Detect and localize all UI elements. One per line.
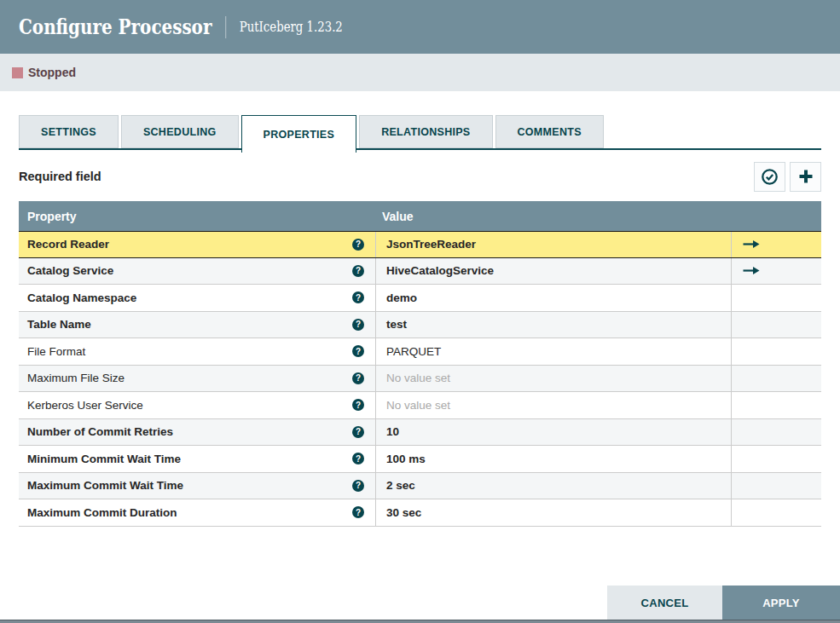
help-icon[interactable]: ? xyxy=(352,291,364,303)
property-name: Number of Commit Retries xyxy=(27,425,173,438)
help-icon[interactable]: ? xyxy=(352,239,364,251)
property-name: Record Reader xyxy=(27,238,109,251)
property-value[interactable]: 30 sec xyxy=(386,506,421,519)
column-header-value: Value xyxy=(375,210,731,223)
property-name: Catalog Namespace xyxy=(27,291,136,304)
property-value[interactable]: PARQUET xyxy=(386,345,441,358)
required-field-hint: Required field xyxy=(19,170,101,183)
status-label: Stopped xyxy=(28,66,76,79)
table-header: Property Value xyxy=(19,201,821,231)
status-bar: Stopped xyxy=(0,54,840,91)
property-row[interactable]: File Format ? PARQUET xyxy=(19,338,821,366)
properties-table: Property Value Record Reader ? JsonTreeR… xyxy=(19,201,821,527)
help-icon[interactable]: ? xyxy=(352,265,364,277)
property-name: Table Name xyxy=(27,318,91,331)
apply-button[interactable]: APPLY xyxy=(722,586,840,620)
column-header-property: Property xyxy=(19,210,375,223)
property-name: Minimum Commit Wait Time xyxy=(27,453,181,465)
help-icon[interactable]: ? xyxy=(352,345,364,357)
help-icon[interactable]: ? xyxy=(352,480,364,492)
tab-bar: SETTINGSSCHEDULINGPROPERTIESRELATIONSHIP… xyxy=(19,115,821,148)
property-name: Maximum Commit Wait Time xyxy=(27,479,183,492)
property-name: File Format xyxy=(27,345,85,358)
go-to-service-icon[interactable] xyxy=(743,266,760,275)
property-row[interactable]: Maximum File Size ? No value set xyxy=(19,366,821,393)
tab-settings[interactable]: SETTINGS xyxy=(19,115,119,148)
verify-properties-button[interactable] xyxy=(754,162,785,192)
tab-relationships[interactable]: RELATIONSHIPS xyxy=(359,115,492,148)
dialog-title: Configure Processor xyxy=(19,14,211,39)
property-value[interactable]: 10 xyxy=(386,425,399,438)
cancel-button[interactable]: CANCEL xyxy=(607,586,722,620)
property-value[interactable]: JsonTreeReader xyxy=(386,238,476,251)
property-value[interactable]: demo xyxy=(386,291,417,304)
property-value[interactable]: 100 ms xyxy=(386,453,426,465)
property-name: Catalog Service xyxy=(27,264,113,277)
dialog-footer: CANCEL APPLY xyxy=(607,586,840,620)
property-value[interactable]: 2 sec xyxy=(386,479,415,492)
check-circle-icon xyxy=(761,168,779,186)
property-row[interactable]: Number of Commit Retries ? 10 xyxy=(19,419,821,447)
help-icon[interactable]: ? xyxy=(352,426,364,438)
help-icon[interactable]: ? xyxy=(352,319,364,331)
property-value[interactable]: No value set xyxy=(386,399,450,412)
property-row[interactable]: Maximum Commit Duration ? 30 sec xyxy=(19,499,821,527)
tab-underline xyxy=(19,148,821,150)
help-icon[interactable]: ? xyxy=(352,453,364,464)
property-row[interactable]: Table Name ? test xyxy=(19,312,821,339)
property-name: Maximum Commit Duration xyxy=(27,506,177,519)
dialog-bottom-edge xyxy=(0,620,840,623)
tab-comments[interactable]: COMMENTS xyxy=(495,115,604,148)
property-value[interactable]: test xyxy=(386,318,407,331)
property-row[interactable]: Kerberos User Service ? No value set xyxy=(19,392,821,419)
stopped-icon xyxy=(12,67,23,78)
dialog-header: Configure Processor PutIceberg 1.23.2 xyxy=(0,0,840,54)
property-row[interactable]: Catalog Service ? HiveCatalogService xyxy=(19,258,821,286)
property-row[interactable]: Record Reader ? JsonTreeReader xyxy=(19,231,821,258)
properties-toolbar: Required field xyxy=(19,161,821,192)
processor-name-version: PutIceberg 1.23.2 xyxy=(240,19,343,35)
property-name: Maximum File Size xyxy=(27,372,125,384)
property-row[interactable]: Catalog Namespace ? demo xyxy=(19,285,821,312)
property-value[interactable]: HiveCatalogService xyxy=(386,264,494,277)
help-icon[interactable]: ? xyxy=(352,506,364,518)
title-separator xyxy=(225,16,226,38)
tab-scheduling[interactable]: SCHEDULING xyxy=(121,115,239,148)
help-icon[interactable]: ? xyxy=(352,372,364,384)
property-row[interactable]: Minimum Commit Wait Time ? 100 ms xyxy=(19,446,821,473)
property-row[interactable]: Maximum Commit Wait Time ? 2 sec xyxy=(19,473,821,500)
go-to-service-icon[interactable] xyxy=(743,239,760,249)
plus-icon xyxy=(797,168,814,185)
add-property-button[interactable] xyxy=(790,162,821,192)
property-name: Kerberos User Service xyxy=(27,399,143,412)
property-value[interactable]: No value set xyxy=(386,372,450,384)
help-icon[interactable]: ? xyxy=(352,399,364,411)
tab-properties[interactable]: PROPERTIES xyxy=(241,115,357,153)
